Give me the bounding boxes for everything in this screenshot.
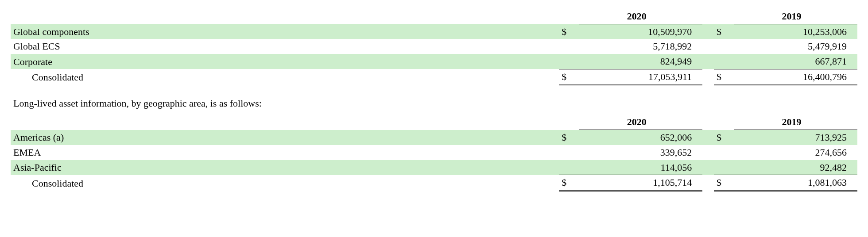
currency-symbol [559, 160, 579, 175]
currency-symbol: $ [559, 130, 579, 145]
table-row: Global components $ 10,509,970 $ 10,253,… [11, 24, 857, 39]
table-total-row: Consolidated $ 1,105,714 $ 1,081,063 [11, 175, 857, 191]
currency-symbol [714, 160, 734, 175]
table-row: Corporate 824,949 667,871 [11, 54, 857, 69]
table-header-row: 2020 2019 [11, 115, 857, 130]
segments-table: 2020 2019 Global components $ 10,509,970… [11, 9, 857, 85]
row-label: Global components [11, 24, 559, 39]
table-row: Asia-Pacific 114,056 92,482 [11, 160, 857, 175]
table-total-row: Consolidated $ 17,053,911 $ 16,400,796 [11, 69, 857, 85]
row-label: EMEA [11, 145, 559, 160]
cell-value: 824,949 [579, 54, 702, 69]
cell-value: 1,081,063 [734, 175, 857, 191]
cell-value: 713,925 [734, 130, 857, 145]
cell-value: 652,006 [579, 130, 702, 145]
cell-value: 16,400,796 [734, 69, 857, 85]
cell-value: 5,718,992 [579, 39, 702, 54]
row-label: Asia-Pacific [11, 160, 559, 175]
section-intro-text: Long-lived asset information, by geograp… [11, 85, 857, 115]
table-row: Americas (a) $ 652,006 $ 713,925 [11, 130, 857, 145]
currency-symbol [714, 54, 734, 69]
cell-value: 1,105,714 [579, 175, 702, 191]
cell-value: 17,053,911 [579, 69, 702, 85]
currency-symbol [714, 39, 734, 54]
currency-symbol: $ [714, 130, 734, 145]
cell-value: 274,656 [734, 145, 857, 160]
currency-symbol: $ [559, 24, 579, 39]
cell-value: 114,056 [579, 160, 702, 175]
cell-value: 667,871 [734, 54, 857, 69]
row-label: Consolidated [11, 175, 559, 191]
cell-value: 92,482 [734, 160, 857, 175]
geographic-assets-table: 2020 2019 Americas (a) $ 652,006 $ 713,9… [11, 115, 857, 191]
table-row: Global ECS 5,718,992 5,479,919 [11, 39, 857, 54]
currency-symbol [559, 145, 579, 160]
row-label: Americas (a) [11, 130, 559, 145]
currency-symbol [559, 54, 579, 69]
currency-symbol [559, 39, 579, 54]
table-header-row: 2020 2019 [11, 9, 857, 24]
cell-value: 5,479,919 [734, 39, 857, 54]
currency-symbol: $ [559, 175, 579, 191]
currency-symbol [714, 145, 734, 160]
col-header-2019: 2019 [734, 9, 857, 24]
table-row: EMEA 339,652 274,656 [11, 145, 857, 160]
col-header-2020: 2020 [579, 9, 702, 24]
cell-value: 10,509,970 [579, 24, 702, 39]
cell-value: 339,652 [579, 145, 702, 160]
row-label: Corporate [11, 54, 559, 69]
col-header-2020: 2020 [579, 115, 702, 130]
currency-symbol: $ [559, 69, 579, 85]
row-label: Consolidated [11, 69, 559, 85]
currency-symbol: $ [714, 175, 734, 191]
currency-symbol: $ [714, 24, 734, 39]
row-label: Global ECS [11, 39, 559, 54]
col-header-2019: 2019 [734, 115, 857, 130]
currency-symbol: $ [714, 69, 734, 85]
cell-value: 10,253,006 [734, 24, 857, 39]
